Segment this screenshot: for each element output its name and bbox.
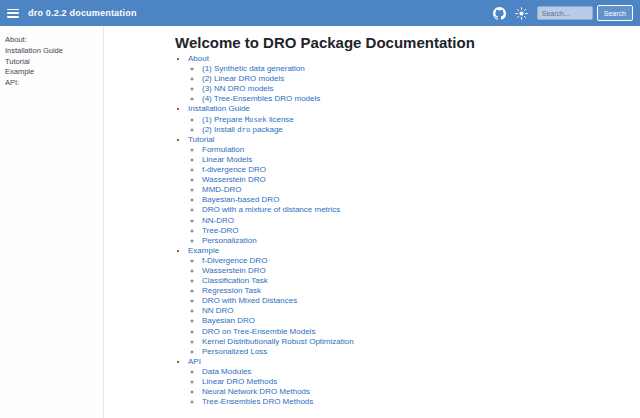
toc-item: Tree-DRO <box>202 226 630 236</box>
toc-item: Personalization <box>202 236 630 246</box>
toc-section: Installation Guide(1) Prepare Mosek lice… <box>188 104 630 134</box>
toc-item-link[interactable]: Tree-DRO <box>202 226 239 235</box>
toc-item-link[interactable]: Classification Task <box>202 276 268 285</box>
toc-item: Formulation <box>202 145 630 155</box>
toc-item-link[interactable]: Neural Network DRO Methods <box>202 387 310 396</box>
toc-item: Wasserstein DRO <box>202 175 630 185</box>
toc-item-link[interactable]: DRO on Tree-Ensemble Models <box>202 327 315 336</box>
toc-sublist: f-Divergence DROWasserstein DROClassific… <box>188 256 630 357</box>
toc-item: (4) Tree-Ensembles DRO models <box>202 94 630 104</box>
toc-section-link[interactable]: Installation Guide <box>188 104 250 113</box>
toc-item-link[interactable]: (2) Linear DRO models <box>202 74 284 83</box>
toc-item-link[interactable]: Wasserstein DRO <box>202 175 266 184</box>
link-text: (2) Install <box>202 125 237 134</box>
toc-section-link[interactable]: Tutorial <box>188 135 214 144</box>
toc-item-link[interactable]: DRO with Mixed Distances <box>202 296 297 305</box>
toc-item: Linear DRO Methods <box>202 377 630 387</box>
sidebar-nav: About:Installation GuideTutorialExampleA… <box>0 26 104 418</box>
toc-item-link[interactable]: Data Modules <box>202 367 251 376</box>
toc-item: DRO on Tree-Ensemble Models <box>202 327 630 337</box>
menu-icon[interactable] <box>7 9 19 18</box>
toc-sublist: Data ModulesLinear DRO MethodsNeural Net… <box>188 367 630 407</box>
toc-item-link[interactable]: Kernel Distributionally Robust Optimizat… <box>202 337 354 346</box>
toc-item-link[interactable]: f-Divergence DRO <box>202 256 267 265</box>
toc-section-link[interactable]: About <box>188 54 209 63</box>
toc-item-link[interactable]: Linear Models <box>202 155 252 164</box>
toc-item: Kernel Distributionally Robust Optimizat… <box>202 337 630 347</box>
search-form: Search <box>537 5 633 21</box>
toc-item: (1) Synthetic data generation <box>202 64 630 74</box>
toc-section: About(1) Synthetic data generation(2) Li… <box>188 54 630 104</box>
toc-item-link[interactable]: (4) Tree-Ensembles DRO models <box>202 94 320 103</box>
toc-item-link[interactable]: NN DRO <box>202 306 234 315</box>
toc: About(1) Synthetic data generation(2) Li… <box>175 54 630 407</box>
toc-item: Classification Task <box>202 276 630 286</box>
toc-item-link[interactable]: (2) Install dro package <box>202 125 283 134</box>
toc-item: Bayesian-based DRO <box>202 195 630 205</box>
inline-code: Mosek <box>245 115 267 124</box>
toc-item-link[interactable]: Personalization <box>202 236 257 245</box>
app-title: dro 0.2.2 documentation <box>28 8 137 18</box>
toc-item: Neural Network DRO Methods <box>202 387 630 397</box>
toc-section-link[interactable]: API <box>188 357 201 366</box>
sidebar-item[interactable]: About: <box>5 35 99 46</box>
toc-item: Wasserstein DRO <box>202 266 630 276</box>
toc-sublist: FormulationLinear Modelsf-divergence DRO… <box>188 145 630 246</box>
toc-item: Personalized Loss <box>202 347 630 357</box>
toc-section-link[interactable]: Example <box>188 246 219 255</box>
toc-item-link[interactable]: Bayesian-based DRO <box>202 195 279 204</box>
toc-item-link[interactable]: (1) Synthetic data generation <box>202 64 305 73</box>
github-icon[interactable] <box>493 7 506 20</box>
toc-item: (3) NN DRO models <box>202 84 630 94</box>
toc-item: (1) Prepare Mosek license <box>202 115 630 125</box>
toc-item: Bayesian DRO <box>202 316 630 326</box>
toc-item: DRO with a mixture of distance metrics <box>202 205 630 215</box>
toc-item: DRO with Mixed Distances <box>202 296 630 306</box>
toc-section: APIData ModulesLinear DRO MethodsNeural … <box>188 357 630 407</box>
link-text: package <box>250 125 282 134</box>
toc-item-link[interactable]: Regression Task <box>202 286 261 295</box>
toc-item-link[interactable]: f-divergence DRO <box>202 165 266 174</box>
toc-item: NN DRO <box>202 306 630 316</box>
page-title: Welcome to DRO Package Documentation <box>175 34 630 51</box>
toc-item: Regression Task <box>202 286 630 296</box>
toc-item-link[interactable]: NN-DRO <box>202 216 234 225</box>
header-actions: Search <box>493 5 633 21</box>
toc-item-link[interactable]: (3) NN DRO models <box>202 84 274 93</box>
search-input[interactable] <box>537 6 593 20</box>
toc-section: TutorialFormulationLinear Modelsf-diverg… <box>188 135 630 246</box>
toc-item: Linear Models <box>202 155 630 165</box>
toc-item: (2) Install dro package <box>202 125 630 135</box>
link-text: license <box>267 115 294 124</box>
inline-code: dro <box>237 125 250 134</box>
toc-sublist: (1) Synthetic data generation(2) Linear … <box>188 64 630 104</box>
toc-item: NN-DRO <box>202 216 630 226</box>
toc-item: (2) Linear DRO models <box>202 74 630 84</box>
toc-item-link[interactable]: (1) Prepare Mosek license <box>202 115 294 124</box>
toc-item-link[interactable]: Linear DRO Methods <box>202 377 277 386</box>
toc-item-link[interactable]: Bayesian DRO <box>202 316 255 325</box>
toc-list: About(1) Synthetic data generation(2) Li… <box>175 54 630 407</box>
toc-item-link[interactable]: Tree-Ensembles DRO Methods <box>202 397 313 406</box>
toc-item: f-Divergence DRO <box>202 256 630 266</box>
sidebar-item[interactable]: API: <box>5 78 99 89</box>
toc-item: MMD-DRO <box>202 185 630 195</box>
toc-item-link[interactable]: DRO with a mixture of distance metrics <box>202 205 340 214</box>
search-button[interactable]: Search <box>597 5 633 21</box>
toc-item-link[interactable]: MMD-DRO <box>202 185 242 194</box>
sidebar-item[interactable]: Example <box>5 67 99 78</box>
sun-icon[interactable] <box>515 7 528 20</box>
toc-item-link[interactable]: Personalized Loss <box>202 347 267 356</box>
page-body: About:Installation GuideTutorialExampleA… <box>0 26 640 418</box>
toc-item: Tree-Ensembles DRO Methods <box>202 397 630 407</box>
toc-item: f-divergence DRO <box>202 165 630 175</box>
main-content: Welcome to DRO Package Documentation Abo… <box>104 26 640 418</box>
toc-section: Examplef-Divergence DROWasserstein DROCl… <box>188 246 630 357</box>
toc-item-link[interactable]: Formulation <box>202 145 244 154</box>
toc-item-link[interactable]: Wasserstein DRO <box>202 266 266 275</box>
sidebar-item[interactable]: Installation Guide <box>5 46 99 57</box>
toc-item: Data Modules <box>202 367 630 377</box>
link-text: (1) Prepare <box>202 115 245 124</box>
top-header: dro 0.2.2 documentation <box>0 0 640 26</box>
sidebar-item[interactable]: Tutorial <box>5 57 99 68</box>
